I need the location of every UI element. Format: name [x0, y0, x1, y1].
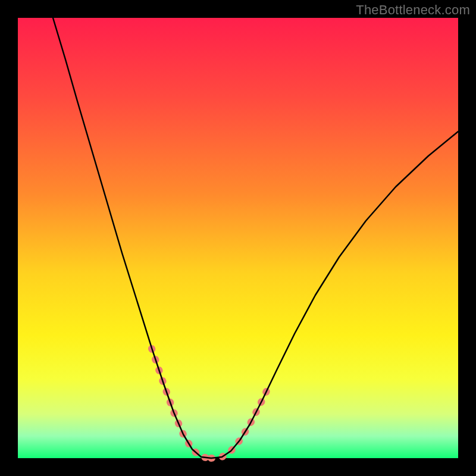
curve-svg	[18, 18, 458, 458]
right-critical-band	[211, 389, 268, 458]
chart-frame: TheBottleneck.com	[0, 0, 476, 476]
plot-area	[18, 18, 458, 458]
bottleneck-curve	[53, 18, 458, 458]
left-critical-band	[152, 349, 211, 458]
watermark-text: TheBottleneck.com	[356, 2, 470, 18]
